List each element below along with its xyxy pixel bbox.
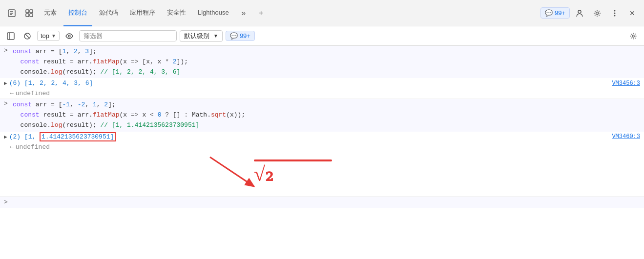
svg-point-7 [614,10,616,11]
expand-arrow-2[interactable]: ▶ [4,134,7,140]
expand-arrow-1[interactable]: ▶ [4,80,7,86]
settings-icon-btn[interactable] [589,5,605,21]
code-line-1-1: const arr = [1, 2, 3]; [13,47,644,57]
level-dropdown-icon: ▼ [213,33,218,39]
svg-rect-3 [26,14,29,17]
input-prompt-2: > [4,100,11,107]
svg-point-6 [596,12,599,14]
dropdown-arrow-icon: ▼ [51,33,56,39]
user-icon-btn[interactable] [572,5,587,21]
console-badge-count[interactable]: 💬 99+ [226,31,255,41]
svg-point-12 [68,35,70,37]
code-line-1-3: console.log(result); // [1, 2, 2, 4, 3, … [13,67,644,78]
svg-point-13 [632,35,634,37]
cursor2-icon-btn[interactable] [21,5,37,21]
sidebar-toggle-btn[interactable] [4,29,18,43]
svg-point-8 [614,12,616,14]
highlighted-value: 1.4142135623730951] [40,132,116,141]
svg-rect-2 [30,10,33,13]
left-arrow-1: ← [10,90,14,97]
output-text-2: (2) [1, 1.4142135623730951] [9,133,116,140]
tab-sources[interactable]: 源代码 [94,0,123,26]
input-line-1: > const arr = [1, 2, 3]; const result = … [0,46,644,78]
add-tab-btn[interactable]: + [253,5,269,21]
more-options-btn[interactable] [607,5,623,21]
svg-point-9 [614,15,616,16]
source-link-1[interactable]: VM3456:3 [612,80,640,87]
undefined-line-2: ← undefined [0,142,644,152]
empty-prompt: > [4,199,11,206]
output-line-1: ▶ (6) [1, 2, 2, 4, 3, 6] VM3456:3 [0,78,644,88]
svg-rect-1 [26,10,29,13]
undefined-line-1: ← undefined [0,88,644,99]
more-tabs-btn[interactable]: » [236,5,251,21]
close-icon: ✕ [629,9,635,17]
output-text-1: (6) [1, 2, 2, 4, 3, 6] [9,80,93,87]
console-block-2: > const arr = [-1, -2, 1, 2]; const resu… [0,99,644,196]
svg-rect-10 [7,33,14,40]
tab-console[interactable]: 控制台 [63,0,92,26]
level-selector[interactable]: 默认级别 ▼ [180,30,223,42]
eye-icon-btn[interactable] [62,29,76,43]
annotation-svg [0,152,644,196]
toolbar-settings-btn[interactable] [626,29,640,43]
sqrt-symbol: √₂ [254,162,273,186]
console-content: > const arr = [1, 2, 3]; const result = … [0,46,644,259]
tab-security[interactable]: 安全性 [162,0,191,26]
tab-lighthouse[interactable]: Lighthouse [193,0,234,26]
annotation-area: √₂ [0,152,644,196]
top-nav: 元素 控制台 源代码 应用程序 安全性 Lighthouse » + 💬 99+ [0,0,644,26]
code-block-2: const arr = [-1, -2, 1, 2]; const result… [13,100,644,130]
tab-application[interactable]: 应用程序 [125,0,160,26]
input-prompt-1: > [4,47,11,54]
code-line-1-2: const result = arr.flatMap(x => [x, x * … [13,57,644,67]
nav-right: 💬 99+ ✕ [540,5,640,21]
tab-elements[interactable]: 元素 [39,0,62,26]
message-icon: 💬 [545,9,553,17]
message-badge-btn[interactable]: 💬 99+ [540,7,570,19]
console-block-1: > const arr = [1, 2, 3]; const result = … [0,46,644,99]
context-selector[interactable]: top ▼ [37,31,60,41]
cursor-icon-btn[interactable] [4,5,20,21]
close-btn[interactable]: ✕ [624,5,640,21]
empty-prompt-line: > [0,197,644,208]
sqrt-overline [254,159,332,161]
left-arrow-2: ← [10,143,14,151]
filter-input[interactable] [79,30,177,41]
code-line-2-3: console.log(result); // [1, 1.4142135623… [13,120,644,131]
source-link-2[interactable]: VM3460:3 [612,133,640,140]
block-icon-btn[interactable] [21,29,34,43]
toolbar-right [626,29,640,43]
code-line-2-1: const arr = [-1, -2, 1, 2]; [13,100,644,110]
svg-point-5 [578,10,581,13]
console-badge-icon: 💬 [230,32,238,40]
output-line-2: ▶ (2) [1, 1.4142135623730951] VM3460:3 [0,132,644,142]
code-block-1: const arr = [1, 2, 3]; const result = ar… [13,47,644,77]
svg-rect-4 [30,14,33,17]
input-line-2: > const arr = [-1, -2, 1, 2]; const resu… [0,99,644,131]
code-line-2-2: const result = arr.flatMap(x => x < 0 ? … [13,110,644,120]
toolbar: top ▼ 默认级别 ▼ 💬 99+ [0,26,644,46]
